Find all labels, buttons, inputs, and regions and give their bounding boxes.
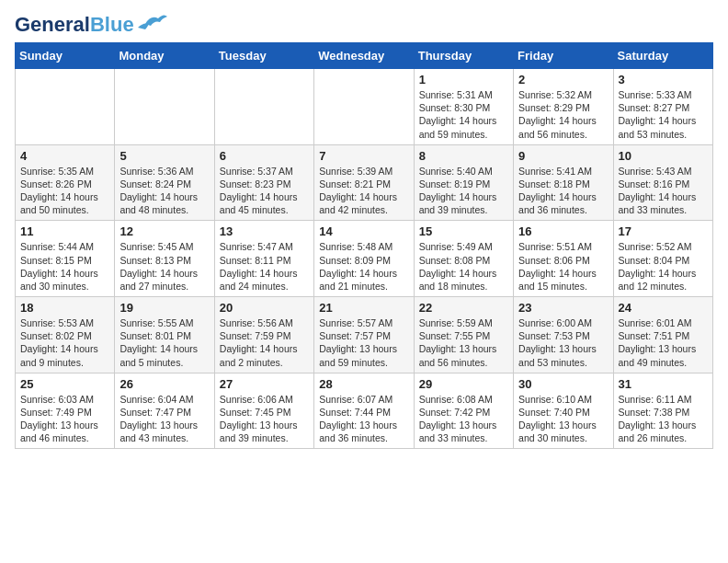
day-number: 1: [419, 73, 508, 86]
logo-text: GeneralBlue: [15, 15, 134, 35]
day-info: Sunrise: 5:45 AM Sunset: 8:13 PM Dayligh…: [119, 240, 209, 293]
day-number: 5: [119, 149, 209, 163]
day-number: 29: [419, 377, 508, 391]
day-info: Sunrise: 5:33 AM Sunset: 8:27 PM Dayligh…: [619, 88, 708, 141]
calendar-week-row: 4Sunrise: 5:35 AM Sunset: 8:26 PM Daylig…: [16, 144, 713, 221]
day-number: 28: [319, 377, 408, 391]
day-number: 17: [619, 224, 708, 238]
calendar-header-row: SundayMondayTuesdayWednesdayThursdayFrid…: [16, 43, 713, 69]
calendar-cell: [314, 69, 414, 145]
day-number: 2: [518, 73, 608, 86]
weekday-header-saturday: Saturday: [613, 43, 712, 69]
day-info: Sunrise: 5:48 AM Sunset: 8:09 PM Dayligh…: [319, 240, 408, 293]
calendar-cell: 21Sunrise: 5:57 AM Sunset: 7:57 PM Dayli…: [314, 297, 414, 373]
day-info: Sunrise: 5:55 AM Sunset: 8:01 PM Dayligh…: [119, 316, 209, 369]
logo-bird-icon: [138, 11, 167, 31]
calendar-cell: 13Sunrise: 5:47 AM Sunset: 8:11 PM Dayli…: [214, 221, 313, 297]
calendar-cell: [16, 69, 115, 145]
weekday-header-tuesday: Tuesday: [214, 43, 313, 69]
calendar-cell: 16Sunrise: 5:51 AM Sunset: 8:06 PM Dayli…: [514, 221, 613, 297]
day-info: Sunrise: 5:47 AM Sunset: 8:11 PM Dayligh…: [220, 240, 309, 293]
day-number: 12: [119, 224, 209, 238]
calendar-week-row: 18Sunrise: 5:53 AM Sunset: 8:02 PM Dayli…: [16, 297, 713, 373]
weekday-header-thursday: Thursday: [414, 43, 513, 69]
day-number: 27: [220, 377, 309, 391]
day-number: 19: [119, 301, 209, 315]
calendar-cell: 14Sunrise: 5:48 AM Sunset: 8:09 PM Dayli…: [314, 221, 414, 297]
day-info: Sunrise: 6:01 AM Sunset: 7:51 PM Dayligh…: [619, 316, 708, 369]
day-info: Sunrise: 6:07 AM Sunset: 7:44 PM Dayligh…: [319, 393, 408, 445]
header: GeneralBlue: [15, 15, 713, 35]
calendar-table: SundayMondayTuesdayWednesdayThursdayFrid…: [15, 42, 713, 449]
day-number: 9: [518, 149, 608, 163]
day-info: Sunrise: 5:35 AM Sunset: 8:26 PM Dayligh…: [20, 165, 109, 217]
day-number: 20: [220, 301, 309, 315]
day-number: 30: [518, 377, 608, 391]
calendar-cell: 25Sunrise: 6:03 AM Sunset: 7:49 PM Dayli…: [16, 373, 115, 449]
day-info: Sunrise: 5:52 AM Sunset: 8:04 PM Dayligh…: [619, 240, 708, 293]
day-number: 8: [419, 149, 508, 163]
day-info: Sunrise: 5:43 AM Sunset: 8:16 PM Dayligh…: [619, 165, 708, 217]
calendar-cell: 28Sunrise: 6:07 AM Sunset: 7:44 PM Dayli…: [314, 373, 414, 449]
day-info: Sunrise: 5:57 AM Sunset: 7:57 PM Dayligh…: [319, 316, 408, 369]
calendar-cell: 9Sunrise: 5:41 AM Sunset: 8:18 PM Daylig…: [514, 144, 613, 221]
day-number: 18: [20, 301, 109, 315]
weekday-header-friday: Friday: [514, 43, 613, 69]
calendar-cell: 4Sunrise: 5:35 AM Sunset: 8:26 PM Daylig…: [16, 144, 115, 221]
calendar-cell: 2Sunrise: 5:32 AM Sunset: 8:29 PM Daylig…: [514, 69, 613, 145]
weekday-header-sunday: Sunday: [16, 43, 115, 69]
calendar-week-row: 25Sunrise: 6:03 AM Sunset: 7:49 PM Dayli…: [16, 373, 713, 449]
calendar-cell: 8Sunrise: 5:40 AM Sunset: 8:19 PM Daylig…: [414, 144, 513, 221]
weekday-header-wednesday: Wednesday: [314, 43, 414, 69]
day-number: 7: [319, 149, 408, 163]
calendar-cell: [214, 69, 313, 145]
calendar-cell: 3Sunrise: 5:33 AM Sunset: 8:27 PM Daylig…: [613, 69, 712, 145]
calendar-cell: 26Sunrise: 6:04 AM Sunset: 7:47 PM Dayli…: [115, 373, 214, 449]
calendar-cell: 17Sunrise: 5:52 AM Sunset: 8:04 PM Dayli…: [613, 221, 712, 297]
day-info: Sunrise: 6:03 AM Sunset: 7:49 PM Dayligh…: [20, 393, 109, 445]
calendar-cell: 30Sunrise: 6:10 AM Sunset: 7:40 PM Dayli…: [514, 373, 613, 449]
day-number: 31: [619, 377, 708, 391]
day-info: Sunrise: 5:44 AM Sunset: 8:15 PM Dayligh…: [20, 240, 109, 293]
day-number: 13: [220, 224, 309, 238]
day-number: 14: [319, 224, 408, 238]
day-info: Sunrise: 5:49 AM Sunset: 8:08 PM Dayligh…: [419, 240, 508, 293]
day-info: Sunrise: 6:11 AM Sunset: 7:38 PM Dayligh…: [619, 393, 708, 445]
day-number: 10: [619, 149, 708, 163]
day-info: Sunrise: 5:32 AM Sunset: 8:29 PM Dayligh…: [518, 88, 608, 141]
calendar-cell: 20Sunrise: 5:56 AM Sunset: 7:59 PM Dayli…: [214, 297, 313, 373]
day-info: Sunrise: 6:04 AM Sunset: 7:47 PM Dayligh…: [119, 393, 209, 445]
calendar-cell: 19Sunrise: 5:55 AM Sunset: 8:01 PM Dayli…: [115, 297, 214, 373]
day-info: Sunrise: 5:51 AM Sunset: 8:06 PM Dayligh…: [518, 240, 608, 293]
day-info: Sunrise: 5:53 AM Sunset: 8:02 PM Dayligh…: [20, 316, 109, 369]
day-number: 16: [518, 224, 608, 238]
day-number: 3: [619, 73, 708, 86]
day-info: Sunrise: 5:56 AM Sunset: 7:59 PM Dayligh…: [220, 316, 309, 369]
logo: GeneralBlue: [15, 15, 167, 35]
calendar-cell: 22Sunrise: 5:59 AM Sunset: 7:55 PM Dayli…: [414, 297, 513, 373]
calendar-cell: 5Sunrise: 5:36 AM Sunset: 8:24 PM Daylig…: [115, 144, 214, 221]
calendar-week-row: 1Sunrise: 5:31 AM Sunset: 8:30 PM Daylig…: [16, 69, 713, 145]
calendar-cell: 7Sunrise: 5:39 AM Sunset: 8:21 PM Daylig…: [314, 144, 414, 221]
day-number: 4: [20, 149, 109, 163]
calendar-cell: 31Sunrise: 6:11 AM Sunset: 7:38 PM Dayli…: [613, 373, 712, 449]
calendar-cell: 12Sunrise: 5:45 AM Sunset: 8:13 PM Dayli…: [115, 221, 214, 297]
day-info: Sunrise: 5:36 AM Sunset: 8:24 PM Dayligh…: [119, 165, 209, 217]
calendar-week-row: 11Sunrise: 5:44 AM Sunset: 8:15 PM Dayli…: [16, 221, 713, 297]
day-number: 25: [20, 377, 109, 391]
calendar-cell: 18Sunrise: 5:53 AM Sunset: 8:02 PM Dayli…: [16, 297, 115, 373]
day-info: Sunrise: 6:10 AM Sunset: 7:40 PM Dayligh…: [518, 393, 608, 445]
day-number: 11: [20, 224, 109, 238]
calendar-cell: 27Sunrise: 6:06 AM Sunset: 7:45 PM Dayli…: [214, 373, 313, 449]
day-info: Sunrise: 5:37 AM Sunset: 8:23 PM Dayligh…: [220, 165, 309, 217]
day-info: Sunrise: 5:59 AM Sunset: 7:55 PM Dayligh…: [419, 316, 508, 369]
day-info: Sunrise: 5:41 AM Sunset: 8:18 PM Dayligh…: [518, 165, 608, 217]
day-info: Sunrise: 6:00 AM Sunset: 7:53 PM Dayligh…: [518, 316, 608, 369]
day-number: 24: [619, 301, 708, 315]
calendar-cell: 24Sunrise: 6:01 AM Sunset: 7:51 PM Dayli…: [613, 297, 712, 373]
day-number: 6: [220, 149, 309, 163]
day-info: Sunrise: 5:39 AM Sunset: 8:21 PM Dayligh…: [319, 165, 408, 217]
day-number: 22: [419, 301, 508, 315]
day-info: Sunrise: 5:40 AM Sunset: 8:19 PM Dayligh…: [419, 165, 508, 217]
calendar-cell: [115, 69, 214, 145]
